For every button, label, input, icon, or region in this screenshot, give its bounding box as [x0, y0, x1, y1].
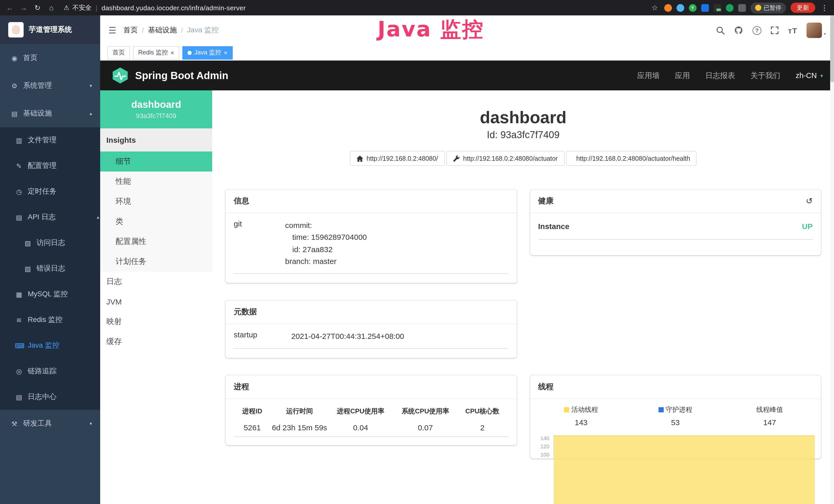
sidebar-item-file-manage[interactable]: ▥ 文件管理	[0, 127, 100, 153]
address-bar[interactable]: ⚠ 不安全 | dashboard.yudao.iocoder.cn/infra…	[64, 3, 246, 12]
spring-boot-admin: Spring Boot Admin 应用墙 应用 日志报表 关于我们 zh-CN…	[100, 61, 834, 504]
tab-label: 首页	[112, 48, 125, 57]
sidebar-item-scheduled-job[interactable]: ◷ 定时任务	[0, 179, 100, 204]
sidebar-item-label: 文件管理	[28, 136, 57, 145]
process-card: 进程 进程ID 运行时间 进程CPU使用率 系统CPU使用率 CPU核心数	[225, 375, 517, 445]
health-url-button[interactable]: http://192.168.0.2:48080/actuator/health	[566, 151, 697, 166]
sidebar-item-error-log[interactable]: ▧ 错误日志	[0, 256, 100, 281]
tools-icon: ⚒	[10, 420, 19, 428]
sidebar-item-label: 错误日志	[37, 264, 65, 273]
search-icon[interactable]	[716, 26, 725, 35]
forward-icon[interactable]: →	[19, 4, 28, 12]
mysql-icon: ▦	[15, 290, 23, 298]
sba-nav-applications[interactable]: 应用	[675, 71, 690, 81]
paused-badge[interactable]: 已暂停	[750, 2, 786, 13]
breadcrumb: 首页 / 基础设施 / Java 监控	[124, 26, 219, 35]
home-icon[interactable]: ⌂	[47, 4, 56, 12]
extension-icon[interactable]: on	[713, 4, 721, 12]
scrollbar-thumb[interactable]	[830, 16, 834, 82]
chrome-update-button[interactable]: 更新	[791, 3, 815, 13]
col-header: 进程ID	[234, 403, 271, 420]
sba-item-classes[interactable]: 类	[100, 211, 212, 232]
sba-nav-journal[interactable]: 日志报表	[705, 71, 735, 81]
sidebar-toggle-icon[interactable]: ☰	[108, 25, 116, 36]
health-card-title: 健康	[538, 196, 553, 206]
extension-icon[interactable]	[701, 4, 709, 12]
sba-item-logs[interactable]: 日志	[100, 272, 212, 292]
fullscreen-icon[interactable]	[771, 26, 779, 35]
address-divider: |	[96, 4, 97, 12]
browser-chrome: ← → ↻ ⌂ ⚠ 不安全 | dashboard.yudao.iocoder.…	[0, 0, 834, 16]
sidebar-item-label: 日志中心	[28, 392, 57, 402]
history-icon[interactable]: ↺	[806, 196, 813, 206]
main-column: Java 监控 ☰ 首页 / 基础设施 / Java 监控	[100, 16, 834, 504]
sba-item-scheduled-tasks[interactable]: 计划任务	[100, 252, 212, 272]
extension-icon[interactable]	[664, 4, 672, 12]
sidebar-item-trace[interactable]: ◎ 链路追踪	[0, 359, 100, 384]
sba-item-mappings[interactable]: 映射	[100, 312, 212, 332]
sba-nav-wallboard[interactable]: 应用墙	[637, 71, 660, 81]
reload-icon[interactable]: ↻	[33, 4, 42, 12]
sidebar-item-api-log[interactable]: ▤ API 日志 ▴	[0, 204, 100, 230]
legend-value: 147	[723, 418, 817, 427]
extension-icon[interactable]	[738, 4, 746, 12]
cell-value: 6d 23h 15m 59s	[271, 420, 328, 436]
tab-redis-monitor[interactable]: Redis 监控 ×	[133, 46, 179, 59]
sba-section-insights: Insights	[100, 129, 212, 152]
sidebar-item-system[interactable]: ⚙ 系统管理 ▾	[0, 72, 100, 100]
extension-icon[interactable]: Y	[688, 4, 696, 12]
sidebar-item-label: 研发工具	[23, 419, 52, 428]
sba-item-details[interactable]: 细节	[100, 152, 212, 171]
extension-icon[interactable]	[676, 4, 684, 12]
page-scrollbar[interactable]	[830, 16, 834, 504]
close-icon[interactable]: ×	[171, 49, 174, 56]
breadcrumb-infra[interactable]: 基础设施	[148, 26, 177, 35]
close-icon[interactable]: ×	[224, 49, 227, 56]
sba-item-jvm[interactable]: JVM	[100, 292, 212, 312]
font-size-icon[interactable]: тT	[788, 26, 797, 35]
sidebar-item-access-log[interactable]: ▨ 访问日志	[0, 230, 100, 256]
url-text[interactable]: dashboard.yudao.iocoder.cn/infra/admin-s…	[102, 4, 245, 12]
col-header: 运行时间	[271, 403, 328, 420]
tab-home[interactable]: 首页	[107, 46, 130, 59]
extension-icon[interactable]	[726, 4, 733, 12]
sba-nav-about[interactable]: 关于我们	[750, 71, 780, 81]
sba-locale-select[interactable]: zh-CN ▾	[796, 71, 823, 79]
github-icon[interactable]	[734, 26, 743, 35]
help-icon[interactable]: ?	[752, 26, 761, 35]
sidebar-item-mysql-monitor[interactable]: ▦ MySQL 监控	[0, 281, 100, 307]
sidebar-item-infra[interactable]: ▤ 基础设施 ▴	[0, 100, 100, 127]
chevron-down-icon: ▾	[90, 421, 93, 426]
bookmark-star-icon[interactable]: ☆	[650, 4, 659, 12]
redis-icon: ≋	[15, 316, 23, 324]
browser-menu-icon[interactable]: ⋮	[820, 4, 829, 12]
sba-item-caches[interactable]: 缓存	[100, 332, 212, 352]
sidebar-item-log-center[interactable]: ▤ 日志中心	[0, 384, 100, 410]
sidebar-item-redis-monitor[interactable]: ≋ Redis 监控	[0, 307, 100, 333]
sidebar-item-dev-tools[interactable]: ⚒ 研发工具 ▾	[0, 410, 100, 437]
sidebar-item-label: 配置管理	[28, 161, 57, 170]
git-time-line: time: 1596289704000	[285, 231, 508, 244]
actuator-url-button[interactable]: http://192.168.0.2:48080/actuator	[446, 151, 564, 166]
sidebar-item-config-manage[interactable]: ✎ 配置管理	[0, 153, 100, 179]
tab-java-monitor[interactable]: Java 监控 ×	[182, 46, 233, 59]
profile-face-icon	[755, 5, 761, 11]
app-logo-row[interactable]: 芋道管理系统	[0, 16, 100, 44]
live-threads-area	[553, 436, 815, 504]
app-title: 芋道管理系统	[29, 25, 72, 35]
breadcrumb-home[interactable]: 首页	[124, 26, 138, 35]
service-url-button[interactable]: http://192.168.0.2:48080/	[350, 151, 445, 166]
sba-item-performance[interactable]: 性能	[100, 171, 212, 191]
sidebar-item-home[interactable]: ◉ 首页	[0, 44, 100, 72]
user-avatar[interactable]: ▾	[807, 23, 826, 38]
sba-main-content: dashboard Id: 93a3fc7f7409 http://192.16…	[212, 90, 834, 504]
sba-item-config-props[interactable]: 配置属性	[100, 232, 212, 252]
sidebar-item-java-monitor[interactable]: ⌨ Java 监控	[0, 333, 100, 359]
header-actions: ? тT ▾	[716, 23, 826, 38]
sidebar-item-label: Java 监控	[28, 341, 59, 350]
sba-sidebar: dashboard 93a3fc7f7409 Insights 细节 性能 环境…	[100, 90, 212, 504]
sba-item-env[interactable]: 环境	[100, 191, 212, 211]
back-icon[interactable]: ←	[5, 4, 14, 12]
paused-badge-label: 已暂停	[764, 4, 781, 12]
startup-row: startup 2021-04-27T00:44:31.254+08:00	[234, 324, 508, 349]
